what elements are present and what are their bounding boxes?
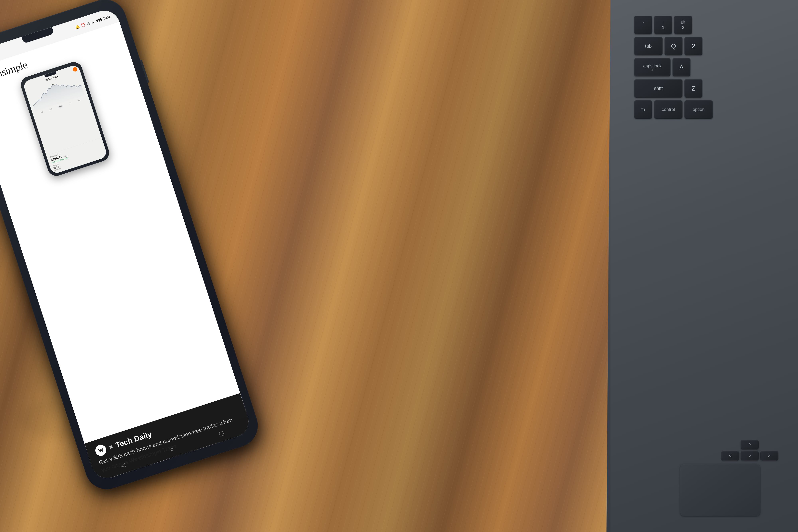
key-fn[interactable]: fn [634,100,652,118]
key-row-shift: shift Z [634,79,794,97]
inner-phone-screen: $35,256.83 [22,64,108,174]
key-control[interactable]: control [654,100,682,118]
key-down[interactable]: v [741,451,759,460]
recent-nav-icon[interactable]: ▢ [218,430,225,437]
period-1m[interactable]: 1M [49,108,53,111]
banner-x: × [108,442,114,452]
signal-icon: ▮▮▮ [96,17,102,23]
period-3m[interactable]: 3M [58,104,63,109]
laptop-keyboard-area: ~ ` ! 1 @ 2 tab Q [610,0,798,532]
banner-w-logo: W [94,443,108,457]
key-left[interactable]: < [721,451,739,460]
wifi-icon: ▲ [91,19,95,24]
key-shift[interactable]: shift [634,79,682,97]
key-row-numbers: ~ ` ! 1 @ 2 [634,16,794,34]
key-option[interactable]: option [685,100,712,118]
alarm-icon: ⏰ [80,22,86,28]
home-nav-icon[interactable]: ○ [169,446,174,453]
period-1y[interactable]: 1Y [69,102,72,105]
key-2[interactable]: @ 2 [674,16,692,34]
laptop: ~ ` ! 1 @ 2 tab Q [598,0,798,532]
key-tab[interactable]: tab [634,37,662,55]
key-z[interactable]: Z [685,79,702,97]
key-q[interactable]: Q [665,37,682,55]
inner-phone: $35,256.83 [19,60,111,178]
key-row-caps: caps lock A [634,58,794,76]
key-caps-lock[interactable]: caps lock [634,58,670,76]
key-up[interactable]: ^ [741,440,759,449]
notification-icon: 🔔 [75,24,80,30]
period-1d[interactable]: 1D [41,111,44,114]
battery-level: 81% [103,14,111,21]
period-all[interactable]: ALL [77,99,81,102]
key-a[interactable]: A [673,58,690,76]
keyboard: ~ ` ! 1 @ 2 tab Q [634,16,794,492]
key-right[interactable]: > [760,451,778,460]
key-backtick[interactable]: ~ ` [634,16,652,34]
location-icon: ◎ [86,21,91,26]
key-row-tab: tab Q 2 [634,37,794,55]
key-1[interactable]: ! 1 [654,16,672,34]
trackpad[interactable] [680,464,760,516]
key-row-bottom: fn control option [634,100,794,118]
back-nav-icon[interactable]: ◁ [120,461,126,469]
key-2-top[interactable]: 2 [685,37,702,55]
arrow-keys: ^ < v > [721,440,778,460]
